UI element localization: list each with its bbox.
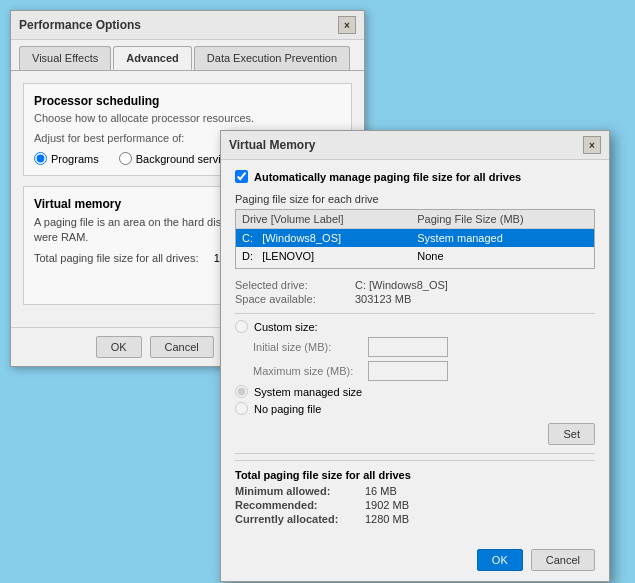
selected-drive-row: Selected drive: C: [Windows8_OS]	[235, 279, 595, 291]
drive-c-size: System managed	[411, 229, 594, 248]
currently-allocated-label: Currently allocated:	[235, 513, 365, 525]
system-managed-row: System managed size	[235, 385, 595, 398]
max-size-label: Maximum size (MB):	[253, 365, 368, 377]
size-options-section: Custom size: Initial size (MB): Maximum …	[235, 320, 595, 415]
system-managed-radio[interactable]	[235, 385, 248, 398]
min-allowed-value: 16 MB	[365, 485, 397, 497]
max-size-input[interactable]	[368, 361, 448, 381]
perf-title: Performance Options	[19, 18, 141, 32]
tab-dep[interactable]: Data Execution Prevention	[194, 46, 350, 70]
space-available-value: 303123 MB	[355, 293, 411, 305]
tab-advanced[interactable]: Advanced	[113, 46, 192, 70]
virtual-memory-dialog: Virtual Memory × Automatically manage pa…	[220, 130, 610, 582]
drive-c-label: C: [Windows8_OS]	[236, 229, 411, 248]
set-btn-row: Set	[235, 423, 595, 445]
vm-dialog-title: Virtual Memory	[229, 138, 315, 152]
auto-manage-row: Automatically manage paging file size fo…	[235, 170, 595, 183]
drives-section-title: Paging file size for each drive	[235, 193, 595, 205]
initial-size-input[interactable]	[368, 337, 448, 357]
programs-label: Programs	[51, 153, 99, 165]
total-section-title: Total paging file size for all drives	[235, 469, 595, 481]
currently-allocated-value: 1280 MB	[365, 513, 409, 525]
perf-close-btn[interactable]: ×	[338, 16, 356, 34]
background-radio[interactable]	[119, 152, 132, 165]
space-available-label: Space available:	[235, 293, 355, 305]
selected-drive-value: C: [Windows8_OS]	[355, 279, 448, 291]
vm-total-label: Total paging file size for all drives:	[34, 252, 198, 264]
vm-dialog-footer: OK Cancel	[221, 543, 609, 581]
initial-size-row: Initial size (MB):	[253, 337, 595, 357]
drive-col-header: Drive [Volume Label]	[236, 210, 411, 229]
min-allowed-row: Minimum allowed: 16 MB	[235, 485, 595, 497]
system-managed-label: System managed size	[254, 386, 362, 398]
drives-table-container: Drive [Volume Label] Paging File Size (M…	[235, 209, 595, 269]
space-available-row: Space available: 303123 MB	[235, 293, 595, 305]
tab-visual-effects[interactable]: Visual Effects	[19, 46, 111, 70]
no-paging-row: No paging file	[235, 402, 595, 415]
set-button[interactable]: Set	[548, 423, 595, 445]
vm-titlebar-controls: ×	[583, 136, 601, 154]
vm-titlebar: Virtual Memory ×	[221, 131, 609, 160]
processor-section-desc: Choose how to allocate processor resourc…	[34, 112, 341, 124]
initial-size-label: Initial size (MB):	[253, 341, 368, 353]
recommended-label: Recommended:	[235, 499, 365, 511]
size-col-header: Paging File Size (MB)	[411, 210, 594, 229]
min-allowed-label: Minimum allowed:	[235, 485, 365, 497]
perf-titlebar-controls: ×	[338, 16, 356, 34]
total-section: Total paging file size for all drives Mi…	[235, 460, 595, 525]
drive-d-size: None	[411, 247, 594, 265]
currently-allocated-row: Currently allocated: 1280 MB	[235, 513, 595, 525]
vm-ok-btn[interactable]: OK	[477, 549, 523, 571]
processor-section-title: Processor scheduling	[34, 94, 341, 108]
drive-row-d[interactable]: D: [LENOVO] None	[236, 247, 594, 265]
perf-tabs: Visual Effects Advanced Data Execution P…	[11, 40, 364, 71]
recommended-value: 1902 MB	[365, 499, 409, 511]
total-separator	[235, 453, 595, 454]
perf-cancel-btn[interactable]: Cancel	[150, 336, 214, 358]
vm-close-btn[interactable]: ×	[583, 136, 601, 154]
selected-drive-label: Selected drive:	[235, 279, 355, 291]
no-paging-radio[interactable]	[235, 402, 248, 415]
drive-d-label: D: [LENOVO]	[236, 247, 411, 265]
vm-cancel-btn[interactable]: Cancel	[531, 549, 595, 571]
separator	[235, 313, 595, 314]
programs-option[interactable]: Programs	[34, 152, 99, 165]
auto-manage-checkbox[interactable]	[235, 170, 248, 183]
programs-radio[interactable]	[34, 152, 47, 165]
custom-size-row: Custom size:	[235, 320, 595, 333]
perf-ok-btn[interactable]: OK	[96, 336, 142, 358]
perf-titlebar: Performance Options ×	[11, 11, 364, 40]
vm-dialog-content: Automatically manage paging file size fo…	[221, 160, 609, 543]
drive-row-c[interactable]: C: [Windows8_OS] System managed	[236, 229, 594, 248]
no-paging-label: No paging file	[254, 403, 321, 415]
custom-size-label: Custom size:	[254, 321, 318, 333]
max-size-row: Maximum size (MB):	[253, 361, 595, 381]
drive-info-section: Selected drive: C: [Windows8_OS] Space a…	[235, 279, 595, 305]
custom-size-radio[interactable]	[235, 320, 248, 333]
recommended-row: Recommended: 1902 MB	[235, 499, 595, 511]
drives-table: Drive [Volume Label] Paging File Size (M…	[236, 210, 594, 265]
auto-manage-label: Automatically manage paging file size fo…	[254, 171, 521, 183]
